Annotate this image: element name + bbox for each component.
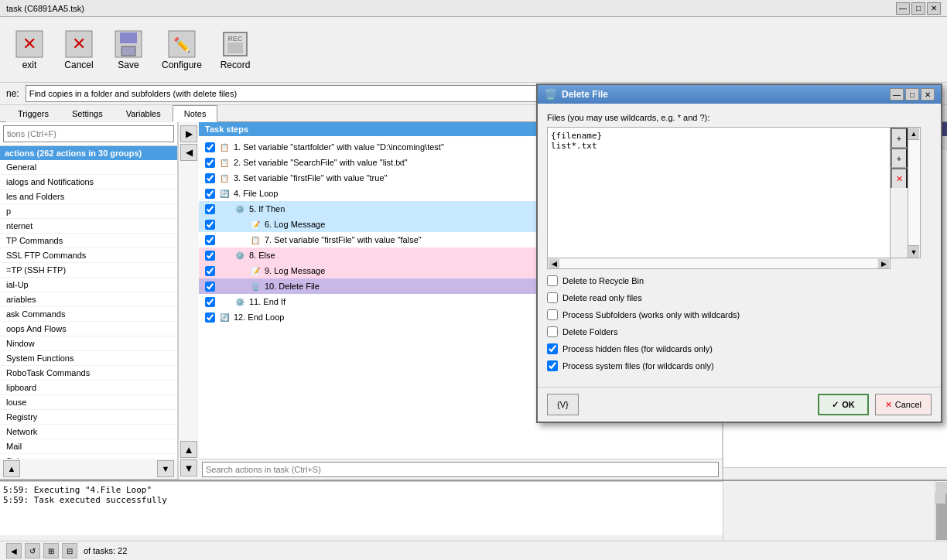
dialog-minimize-btn[interactable]: —: [890, 88, 904, 101]
ok-check-icon: ✓: [832, 400, 839, 410]
checkbox-process-system: Process system files (for wildcards only…: [547, 360, 932, 371]
textarea-btn-remove[interactable]: ✕: [891, 168, 908, 188]
process-subfolders-checkbox[interactable]: [547, 309, 558, 320]
variables-button[interactable]: {V}: [547, 394, 579, 415]
ok-button[interactable]: ✓ OK: [818, 394, 869, 415]
checkbox-process-subfolders: Process Subfolders (works only with wild…: [547, 309, 932, 320]
dialog-maximize-btn[interactable]: □: [905, 88, 919, 101]
files-textarea-label: Files (you may use wildcards, e.g. * and…: [547, 113, 932, 122]
textarea-btn-up[interactable]: +: [891, 128, 908, 148]
cancel-dialog-label: Cancel: [895, 400, 921, 409]
dialog-close-btn[interactable]: ✕: [921, 88, 935, 101]
files-textarea[interactable]: {filename} list*.txt: [547, 127, 891, 258]
delete-readonly-label: Delete read only files: [562, 293, 642, 302]
checkbox-delete-recycle: Delete to Recycle Bin: [547, 275, 932, 286]
ok-label: OK: [842, 400, 855, 409]
process-subfolders-label: Process Subfolders (works only with wild…: [562, 310, 740, 319]
delete-folders-label: Delete Folders: [562, 327, 618, 336]
delete-recycle-label: Delete to Recycle Bin: [562, 276, 644, 285]
checkbox-process-hidden: Process hidden files (for wildcards only…: [547, 343, 932, 354]
textarea-vscroll[interactable]: ▲ ▼: [908, 127, 921, 258]
main-window: task (C6891AA5.tsk) — □ ✕ ✕ exit ✕ Cance…: [0, 0, 947, 560]
textarea-side-buttons: + + ✕: [891, 127, 908, 258]
process-hidden-label: Process hidden files (for wildcards only…: [562, 344, 713, 353]
dialog-title-text: Delete File: [562, 89, 608, 100]
dialog-title-bar: 🗑️ Delete File — □ ✕: [538, 85, 941, 104]
textarea-hscroll[interactable]: ◀ ▶: [547, 258, 891, 269]
dialog-controls: — □ ✕: [890, 88, 935, 101]
files-textarea-container: {filename} list*.txt + + ✕ ▲ ▼: [547, 127, 932, 258]
dialog-bottom-row: {V} ✓ OK ✕ Cancel: [538, 387, 941, 422]
checkbox-delete-folders: Delete Folders: [547, 326, 932, 337]
process-system-label: Process system files (for wildcards only…: [562, 361, 714, 370]
dialog-title: 🗑️ Delete File: [544, 88, 608, 101]
textarea-btn-add[interactable]: +: [891, 148, 908, 168]
process-system-checkbox[interactable]: [547, 360, 558, 371]
delete-readonly-checkbox[interactable]: [547, 292, 558, 303]
delete-recycle-checkbox[interactable]: [547, 275, 558, 286]
dialog-icon: 🗑️: [544, 88, 557, 101]
dialog-content: Files (you may use wildcards, e.g. * and…: [538, 104, 941, 387]
delete-folders-checkbox[interactable]: [547, 326, 558, 337]
modal-overlay: 🗑️ Delete File — □ ✕ Files (you may use …: [0, 0, 947, 560]
delete-file-dialog: 🗑️ Delete File — □ ✕ Files (you may use …: [536, 84, 942, 423]
checkbox-delete-readonly: Delete read only files: [547, 292, 932, 303]
process-hidden-checkbox[interactable]: [547, 343, 558, 354]
cancel-dialog-button[interactable]: ✕ Cancel: [875, 394, 932, 415]
cancel-x-icon: ✕: [885, 400, 892, 410]
